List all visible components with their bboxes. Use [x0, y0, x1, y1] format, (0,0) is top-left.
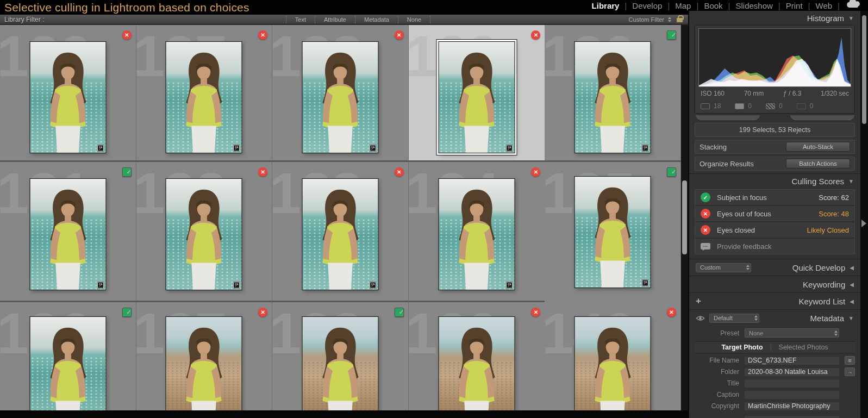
- auto-stack-button[interactable]: Auto-Stack: [786, 142, 850, 152]
- flag-badge[interactable]: [531, 167, 540, 177]
- photo-thumbnail[interactable]: [439, 178, 515, 290]
- flag-badge[interactable]: [395, 167, 404, 177]
- flag-badge[interactable]: [531, 30, 540, 40]
- module-item[interactable]: Develop: [619, 1, 662, 10]
- metadata-target-tab[interactable]: Selected Photos: [771, 344, 836, 351]
- grid-scrollbar[interactable]: [681, 25, 688, 410]
- photo-thumbnail[interactable]: [302, 316, 378, 410]
- cut-off-button[interactable]: [696, 115, 760, 120]
- flag-badge[interactable]: [258, 308, 267, 317]
- filter-tab[interactable]: None: [398, 16, 430, 23]
- flag-badge[interactable]: [122, 30, 132, 40]
- photo-thumbnail[interactable]: [29, 41, 106, 153]
- culling-score-row[interactable]: Eyes closed Likely Closed: [695, 222, 854, 238]
- grid-cell[interactable]: 140: [545, 302, 681, 410]
- module-item[interactable]: Slideshow: [723, 1, 773, 10]
- photo-thumbnail[interactable]: [302, 178, 378, 290]
- sync-cloud-icon[interactable]: [845, 0, 863, 10]
- module-item[interactable]: Print: [773, 1, 803, 10]
- grid-cell[interactable]: 135: [545, 162, 681, 302]
- culling-score-row[interactable]: Subject in focus Score: 62: [695, 190, 854, 205]
- grid-cell[interactable]: 126: [0, 25, 136, 162]
- custom-filter-control[interactable]: Custom Filter: [629, 16, 671, 23]
- panel-collapse-arrow-icon[interactable]: [861, 220, 866, 227]
- field-action-icon[interactable]: [845, 356, 855, 365]
- histogram-header[interactable]: Histogram ▼: [689, 11, 860, 25]
- flag-badge[interactable]: [258, 167, 267, 177]
- module-item[interactable]: Web: [803, 1, 832, 10]
- grid-scrollbar-thumb[interactable]: [682, 180, 687, 254]
- grid-cell[interactable]: 136: [0, 302, 136, 410]
- metadata-target-tab[interactable]: Target Photo: [714, 344, 770, 351]
- photo-thumbnail[interactable]: [574, 41, 651, 153]
- metadata-field-value[interactable]: [745, 390, 839, 399]
- preset-select[interactable]: None: [745, 328, 839, 338]
- grid-cell[interactable]: 130: [545, 25, 681, 162]
- photo-thumbnail[interactable]: [574, 176, 651, 288]
- grid-cell[interactable]: 134: [409, 162, 545, 302]
- metadata-view-select[interactable]: Default: [709, 314, 759, 323]
- photo-thumbnail[interactable]: [574, 316, 651, 410]
- photo-thumbnail[interactable]: [439, 316, 515, 410]
- flag-badge[interactable]: [531, 308, 540, 317]
- metadata-header[interactable]: Metadata ▼: [810, 311, 854, 325]
- photo-thumbnail[interactable]: [302, 41, 378, 153]
- cut-off-button[interactable]: [790, 115, 854, 120]
- panel-scrollbar-thumb[interactable]: [862, 15, 866, 124]
- grid-cell[interactable]: 133: [272, 162, 409, 302]
- flag-badge[interactable]: [395, 30, 404, 40]
- photo-thumbnail[interactable]: [166, 41, 242, 153]
- photo-thumbnail[interactable]: [439, 41, 515, 153]
- keyword-list-header[interactable]: Keyword List ◀: [798, 294, 854, 308]
- flag-badge[interactable]: [122, 167, 132, 177]
- flag-badge[interactable]: [667, 308, 676, 317]
- culling-score-value: Score: 48: [819, 210, 849, 218]
- grid-cell[interactable]: 139: [409, 302, 545, 410]
- culling-scores-header[interactable]: Culling Scores ▼: [689, 174, 860, 188]
- culling-score-row[interactable]: Eyes out of focus Score: 48: [695, 206, 854, 221]
- flag-badge[interactable]: [667, 167, 676, 177]
- batch-actions-button[interactable]: Batch Actions: [786, 159, 850, 169]
- module-item[interactable]: Map: [662, 1, 691, 10]
- panel-scrollbar[interactable]: [860, 11, 868, 418]
- add-keyword-icon[interactable]: +: [696, 296, 701, 307]
- flag-badge[interactable]: [258, 30, 267, 40]
- keywording-header[interactable]: Keywording ◀: [803, 277, 854, 291]
- culling-score-row[interactable]: Provide feedback: [695, 239, 854, 254]
- filter-tab[interactable]: Attribute: [315, 16, 355, 23]
- photo-thumbnail[interactable]: [29, 178, 106, 290]
- grid-cell[interactable]: 128: [272, 25, 409, 162]
- filter-lock-icon[interactable]: [677, 18, 683, 22]
- filter-tab[interactable]: Metadata: [355, 16, 398, 23]
- metadata-field-label: Copyright: [689, 402, 739, 410]
- focal-length-value: 70 mm: [744, 90, 764, 97]
- metadata-field-value[interactable]: 2020-08-30 Natalie Louisa: [745, 367, 839, 376]
- shutter-value: 1/320 sec: [821, 90, 849, 97]
- grid-cell[interactable]: 138: [272, 302, 409, 410]
- grid-cell[interactable]: 127: [136, 25, 273, 162]
- eye-icon[interactable]: [696, 315, 705, 321]
- field-action-icon[interactable]: [845, 367, 855, 376]
- saved-preset-select[interactable]: Custom: [696, 263, 751, 272]
- adjustments-badge-icon: [369, 281, 376, 288]
- histogram-chart[interactable]: [698, 28, 851, 87]
- photo-thumbnail[interactable]: [166, 178, 242, 290]
- module-item[interactable]: Book: [691, 1, 722, 10]
- metadata-field-value[interactable]: MartinChristie Photography: [745, 401, 839, 410]
- flag-badge[interactable]: [667, 30, 676, 40]
- grid-cell[interactable]: 131: [0, 162, 136, 302]
- photo-thumbnail[interactable]: [166, 316, 242, 410]
- metadata-field-value[interactable]: [745, 378, 839, 388]
- grid-cell[interactable]: 132: [136, 162, 273, 302]
- photo-thumbnail[interactable]: [29, 316, 106, 410]
- metadata-field-value[interactable]: DSC_6733.NEF: [745, 355, 839, 365]
- flag-badge[interactable]: [122, 308, 132, 317]
- histogram-panel: ISO 160 70 mm ƒ / 6.3 1/320 sec 18 0: [695, 25, 855, 114]
- adjustments-badge-icon: [97, 144, 104, 151]
- flag-badge[interactable]: [395, 308, 404, 317]
- grid-cell[interactable]: 137: [136, 302, 273, 410]
- module-item[interactable]: Library: [592, 1, 620, 10]
- grid-cell[interactable]: 129: [409, 25, 545, 162]
- filter-tab[interactable]: Text: [286, 16, 315, 23]
- quick-develop-header[interactable]: Quick Develop ◀: [792, 260, 854, 274]
